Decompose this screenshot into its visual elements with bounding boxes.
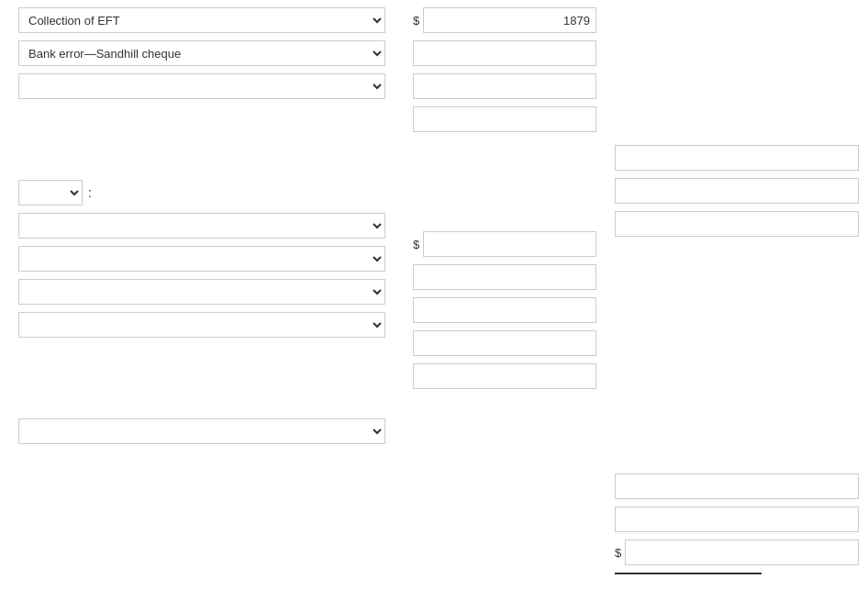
right-underline-input-2[interactable] bbox=[615, 506, 859, 532]
middle-column: $ $ bbox=[404, 7, 606, 574]
row-2: Collection of EFT Bank error—Sandhill ch… bbox=[18, 40, 385, 66]
bank-error-select[interactable]: Collection of EFT Bank error—Sandhill ch… bbox=[18, 40, 385, 66]
right-row-3 bbox=[615, 473, 859, 499]
row8-select[interactable] bbox=[18, 312, 385, 338]
time-row: : bbox=[18, 180, 385, 206]
row5-select[interactable] bbox=[18, 213, 385, 239]
right-dollar-row: $ bbox=[615, 540, 859, 565]
right-row-2 bbox=[615, 211, 859, 237]
right-underline-row-1 bbox=[615, 178, 859, 204]
amount-input-3[interactable] bbox=[413, 73, 596, 99]
right-input-1[interactable] bbox=[615, 145, 859, 171]
middle-row-1: $ bbox=[413, 7, 596, 33]
underline-input-1[interactable] bbox=[413, 106, 596, 132]
row7-select[interactable] bbox=[18, 279, 385, 305]
row3-select[interactable] bbox=[18, 73, 385, 99]
amount-input-1[interactable] bbox=[423, 7, 596, 33]
dollar-sign-1: $ bbox=[413, 14, 419, 28]
middle-row-6 bbox=[413, 264, 596, 290]
row-5 bbox=[18, 213, 385, 239]
row-7 bbox=[18, 279, 385, 305]
row-3 bbox=[18, 73, 385, 99]
time-colon-label: : bbox=[88, 185, 92, 200]
row-1: Collection of EFT Bank error—Sandhill ch… bbox=[18, 7, 385, 33]
right-underline-input-1[interactable] bbox=[615, 178, 859, 204]
middle-row-8 bbox=[413, 330, 596, 356]
middle-row-3 bbox=[413, 73, 596, 99]
left-column: Collection of EFT Bank error—Sandhill ch… bbox=[0, 7, 404, 574]
middle-row-2 bbox=[413, 40, 596, 66]
row-9 bbox=[18, 418, 385, 444]
collection-eft-select[interactable]: Collection of EFT Bank error—Sandhill ch… bbox=[18, 7, 385, 33]
double-underline bbox=[615, 573, 762, 574]
right-row-1 bbox=[615, 145, 859, 171]
dollar-sign-3: $ bbox=[615, 546, 621, 560]
row-8 bbox=[18, 312, 385, 338]
middle-row-5: $ bbox=[413, 231, 596, 257]
row-6 bbox=[18, 246, 385, 272]
amount-input-5[interactable] bbox=[413, 264, 596, 290]
right-input-2[interactable] bbox=[615, 211, 859, 237]
right-column: $ bbox=[606, 7, 868, 574]
underline-input-2[interactable] bbox=[413, 363, 596, 389]
row9-select[interactable] bbox=[18, 418, 385, 444]
amount-input-2[interactable] bbox=[413, 40, 596, 66]
page-container: Collection of EFT Bank error—Sandhill ch… bbox=[0, 0, 868, 582]
amount-input-7[interactable] bbox=[413, 330, 596, 356]
right-amount-input[interactable] bbox=[625, 540, 859, 565]
amount-input-4[interactable] bbox=[423, 231, 596, 257]
row6-select[interactable] bbox=[18, 246, 385, 272]
middle-underline-row-2 bbox=[413, 363, 596, 389]
time-select[interactable] bbox=[18, 180, 83, 206]
middle-row-7 bbox=[413, 297, 596, 323]
middle-underline-row-1 bbox=[413, 106, 596, 132]
right-underline-row-2 bbox=[615, 506, 859, 532]
dollar-sign-2: $ bbox=[413, 238, 419, 251]
amount-input-6[interactable] bbox=[413, 297, 596, 323]
right-input-3[interactable] bbox=[615, 473, 859, 499]
